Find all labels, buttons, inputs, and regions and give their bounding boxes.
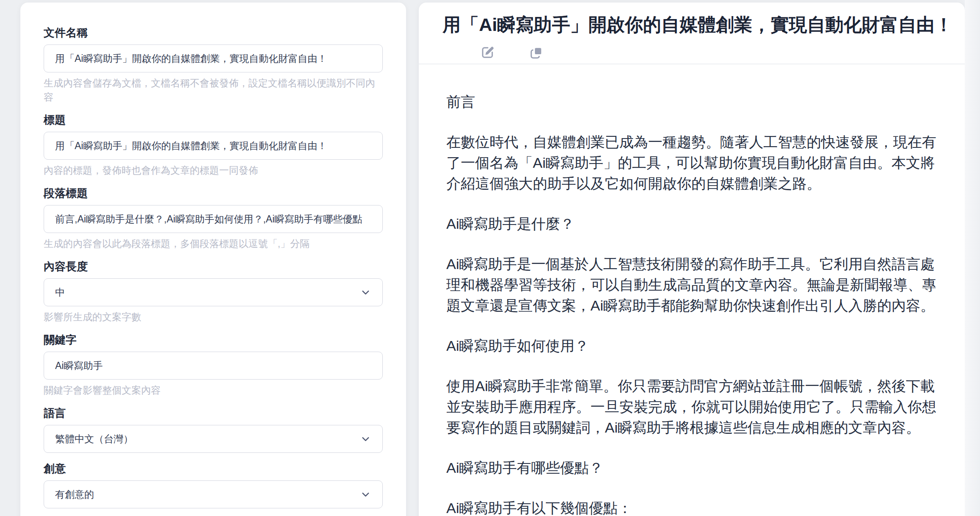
select-value: 繁體中文（台灣）	[55, 433, 133, 446]
select-value: 有創意的	[55, 488, 94, 501]
select-value: 中	[55, 286, 65, 299]
field-help: 生成的內容會以此為段落標題，多個段落標題以逗號「,」分隔	[44, 237, 383, 251]
edit-icon	[480, 45, 495, 60]
field-help: 生成內容會儲存為文檔，文檔名稱不會被發佈，設定文檔名稱以便識別不同內容	[44, 76, 383, 104]
copy-icon	[529, 45, 544, 60]
article-section-heading: 前言	[446, 92, 938, 112]
edit-button[interactable]	[480, 45, 495, 60]
creativity-select[interactable]: 有創意的	[44, 480, 383, 508]
content-length-select[interactable]: 中	[44, 278, 383, 306]
article-paragraph: 使用Ai瞬寫助手非常簡單。你只需要訪問官方網站並註冊一個帳號，然後下載並安裝助手…	[446, 376, 938, 438]
field-label: 文件名稱	[44, 26, 383, 39]
article-title: 用「Ai瞬寫助手」開啟你的自媒體創業，實現自動化財富自由！	[443, 14, 965, 36]
article-panel: 用「Ai瞬寫助手」開啟你的自媒體創業，實現自動化財富自由！ 前言 在數位時代，自…	[419, 3, 965, 516]
copy-button[interactable]	[529, 45, 544, 60]
article-section-heading: Ai瞬寫助手是什麼？	[446, 214, 938, 234]
title-input[interactable]	[44, 132, 383, 160]
field-label: 內容長度	[44, 260, 383, 273]
document-name-input[interactable]	[44, 44, 383, 72]
scrollbar-gutter[interactable]	[965, 0, 980, 516]
field-help: 影響所生成的文案字數	[44, 310, 383, 324]
section-titles-input[interactable]	[44, 205, 383, 233]
field-label: 標題	[44, 114, 383, 126]
article-section-heading: Ai瞬寫助手如何使用？	[446, 336, 938, 356]
language-select[interactable]: 繁體中文（台灣）	[44, 425, 383, 453]
keywords-input[interactable]	[44, 352, 383, 380]
article-content[interactable]: 前言 在數位時代，自媒體創業已成為一種趨勢。隨著人工智慧的快速發展，現在有了一個…	[419, 64, 965, 516]
field-document-name: 文件名稱 生成內容會儲存為文檔，文檔名稱不會被發佈，設定文檔名稱以便識別不同內容	[44, 26, 383, 104]
field-content-length: 內容長度 中 影響所生成的文案字數	[44, 260, 383, 324]
article-section-heading: Ai瞬寫助手有哪些優點？	[446, 458, 938, 478]
field-language: 語言 繁體中文（台灣）	[44, 407, 383, 453]
generator-form-panel: 文件名稱 生成內容會儲存為文檔，文檔名稱不會被發佈，設定文檔名稱以便識別不同內容…	[20, 3, 406, 516]
chevron-down-icon	[360, 489, 371, 500]
field-section-titles: 段落標題 生成的內容會以此為段落標題，多個段落標題以逗號「,」分隔	[44, 187, 383, 251]
field-help: 內容的標題，發佈時也會作為文章的標題一同發佈	[44, 164, 383, 178]
article-paragraph: 在數位時代，自媒體創業已成為一種趨勢。隨著人工智慧的快速發展，現在有了一個名為「…	[446, 132, 938, 194]
article-paragraph: Ai瞬寫助手是一個基於人工智慧技術開發的寫作助手工具。它利用自然語言處理和機器學…	[446, 254, 938, 316]
field-help: 關鍵字會影響整個文案內容	[44, 383, 383, 397]
field-title: 標題 內容的標題，發佈時也會作為文章的標題一同發佈	[44, 114, 383, 178]
article-toolbar	[443, 45, 965, 60]
field-label: 語言	[44, 407, 383, 419]
field-keywords: 關鍵字 關鍵字會影響整個文案內容	[44, 333, 383, 397]
chevron-down-icon	[360, 287, 371, 298]
chevron-down-icon	[360, 433, 371, 445]
field-label: 創意	[44, 462, 383, 475]
field-creativity: 創意 有創意的	[44, 462, 383, 508]
article-paragraph: Ai瞬寫助手有以下幾個優點：	[446, 498, 938, 516]
field-label: 段落標題	[44, 187, 383, 200]
field-label: 關鍵字	[44, 333, 383, 346]
article-header: 用「Ai瞬寫助手」開啟你的自媒體創業，實現自動化財富自由！	[419, 3, 965, 64]
